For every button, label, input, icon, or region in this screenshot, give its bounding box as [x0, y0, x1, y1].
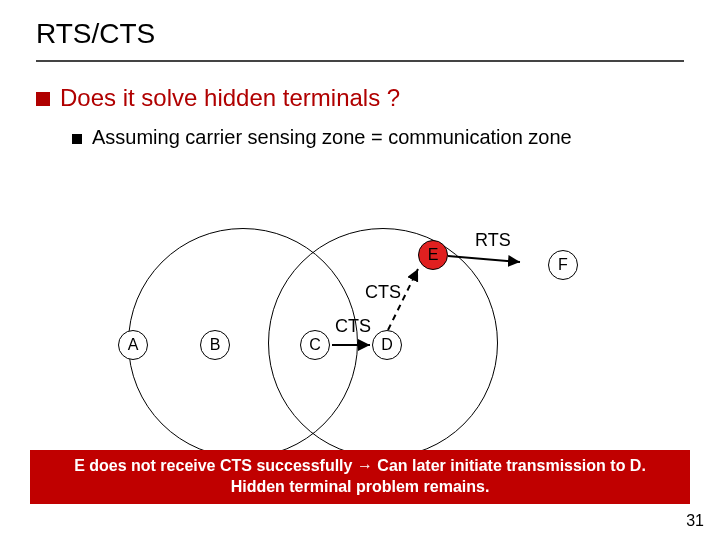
- slide-title: RTS/CTS: [0, 0, 720, 56]
- bullet-level-2: Assuming carrier sensing zone = communic…: [72, 126, 684, 149]
- node-c-label: C: [309, 336, 321, 354]
- node-c: C: [300, 330, 330, 360]
- node-b-label: B: [210, 336, 221, 354]
- label-cts-de: CTS: [365, 282, 401, 303]
- node-a: A: [118, 330, 148, 360]
- bullet-list: Does it solve hidden terminals ? Assumin…: [0, 62, 720, 149]
- bullet-level-1: Does it solve hidden terminals ?: [36, 84, 684, 112]
- node-f-label: F: [558, 256, 568, 274]
- footer-callout: E does not receive CTS successfully → Ca…: [30, 450, 690, 504]
- node-f: F: [548, 250, 578, 280]
- node-d-label: D: [381, 336, 393, 354]
- bullet-square-icon: [72, 134, 82, 144]
- diagram: A B C D E F CTS CTS RTS: [0, 190, 720, 450]
- bullet-1-text: Does it solve hidden terminals ?: [60, 84, 400, 112]
- page-number: 31: [686, 512, 704, 530]
- node-b: B: [200, 330, 230, 360]
- footer-line-2: Hidden terminal problem remains.: [40, 477, 680, 498]
- svg-line-2: [448, 256, 520, 262]
- bullet-square-icon: [36, 92, 50, 106]
- bullet-2-text: Assuming carrier sensing zone = communic…: [92, 126, 572, 149]
- label-rts-ef: RTS: [475, 230, 511, 251]
- node-d: D: [372, 330, 402, 360]
- node-e: E: [418, 240, 448, 270]
- node-a-label: A: [128, 336, 139, 354]
- node-e-label: E: [428, 246, 439, 264]
- label-cts-cd: CTS: [335, 316, 371, 337]
- footer-line-1: E does not receive CTS successfully → Ca…: [40, 456, 680, 477]
